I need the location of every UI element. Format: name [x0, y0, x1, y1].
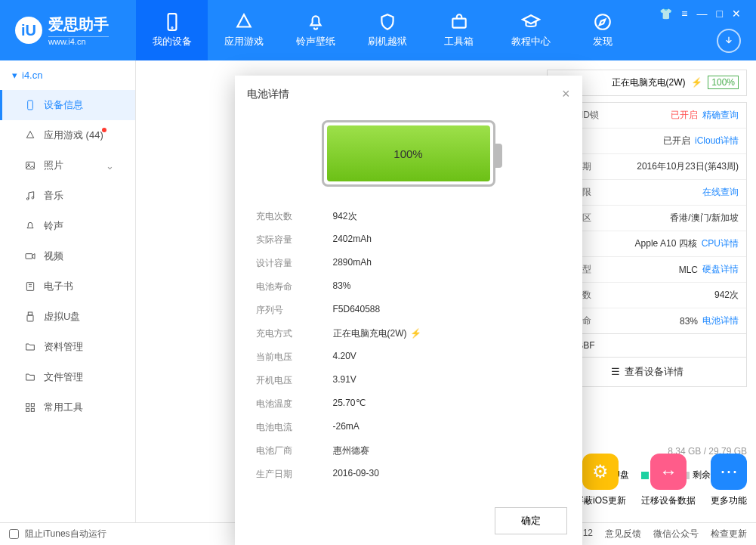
nav-tabs: 我的设备 应用游戏 铃声壁纸 刷机越狱 工具箱 教程中心 发现: [136, 0, 659, 60]
svg-rect-13: [26, 404, 29, 407]
detail-row: 开机电压3.91V: [250, 369, 567, 392]
nav-discover[interactable]: 发现: [566, 0, 638, 60]
svg-rect-2: [452, 19, 465, 28]
video-icon: [24, 250, 36, 262]
feedback-link[interactable]: 意见反馈: [605, 528, 641, 540]
grid-icon: [24, 401, 36, 413]
phone-icon: [24, 99, 36, 111]
appstore-icon: [234, 12, 254, 32]
ok-button[interactable]: 确定: [495, 507, 567, 534]
sidebar-video[interactable]: 视频: [0, 241, 135, 271]
modal-body: 充电次数942次实际容量2402mAh设计容量2890mAh电池寿命83%序列号…: [235, 205, 582, 498]
header-right: 👕 ≡ — □ ✕: [659, 8, 756, 53]
svg-rect-12: [27, 315, 33, 321]
sidebar-data[interactable]: 资料管理: [0, 332, 135, 362]
sidebar-apps[interactable]: 应用游戏 (44): [0, 120, 135, 150]
link[interactable]: 在线查询: [702, 186, 739, 199]
link[interactable]: iCloud详情: [695, 135, 739, 147]
sidebar-tools[interactable]: 常用工具: [0, 392, 135, 423]
sidebar-photos[interactable]: 照片 ⌄: [0, 150, 135, 181]
detail-row: 实际容量2402mAh: [250, 228, 567, 252]
phone-icon: [162, 12, 182, 32]
graduation-icon: [521, 12, 541, 32]
app-name: 爱思助手: [48, 14, 109, 35]
svg-point-8: [32, 197, 34, 199]
sidebar-ebook[interactable]: 电子书: [0, 271, 135, 302]
detail-row: 电池厂商惠州德赛: [250, 439, 567, 463]
action-button[interactable]: ↔迁移设备数据: [641, 454, 696, 507]
action-button[interactable]: ⋯更多功能: [711, 454, 747, 507]
svg-rect-11: [28, 312, 32, 315]
content: 正在电脑充电(2W) ⚡ 100% Apple ID锁 已开启 精确查询iClo…: [136, 60, 756, 522]
modal-header: 电池详情 ×: [235, 76, 582, 113]
close-icon[interactable]: ×: [562, 86, 570, 102]
usb-icon: [24, 311, 36, 323]
battery-fill: 100%: [327, 125, 490, 181]
sidebar-udisk[interactable]: 虚拟U盘: [0, 302, 135, 332]
update-link[interactable]: 检查更新: [711, 528, 747, 540]
detail-row: 生产日期2016-09-30: [250, 463, 567, 486]
close-icon[interactable]: ✕: [732, 8, 741, 20]
sidebar-files[interactable]: 文件管理: [0, 362, 135, 392]
detail-row: 充电次数942次: [250, 205, 567, 228]
badge-icon: [102, 128, 106, 132]
minimize-icon[interactable]: —: [697, 8, 708, 20]
maximize-icon[interactable]: □: [717, 8, 723, 20]
detail-row: 电池电流-26mA: [250, 416, 567, 439]
toolbox-icon: [449, 12, 469, 32]
folder-icon: [24, 341, 36, 353]
bell-icon: [24, 220, 36, 232]
sidebar-music[interactable]: 音乐: [0, 181, 135, 211]
svg-rect-15: [26, 408, 29, 411]
detail-row: 电池温度25.70℃: [250, 392, 567, 416]
battery-modal: 电池详情 × 100% 充电次数942次实际容量2402mAh设计容量2890m…: [235, 76, 582, 545]
link[interactable]: 电池详情: [702, 314, 739, 327]
modal-title: 电池详情: [247, 88, 289, 101]
link[interactable]: 硬盘详情: [702, 263, 739, 276]
image-icon: [24, 159, 36, 172]
music-icon: [24, 190, 36, 202]
detail-row: 充电方式正在电脑充电(2W)⚡: [250, 322, 567, 345]
svg-point-1: [171, 27, 172, 28]
download-icon[interactable]: [717, 29, 741, 53]
shield-icon: [378, 12, 397, 32]
sidebar-root[interactable]: ▾i4.cn: [0, 60, 135, 90]
book-icon: [24, 280, 36, 293]
nav-apps[interactable]: 应用游戏: [208, 0, 279, 60]
nav-tutorials[interactable]: 教程中心: [495, 0, 566, 60]
menu-icon[interactable]: ≡: [681, 8, 687, 20]
wechat-link[interactable]: 微信公众号: [653, 528, 699, 540]
link[interactable]: CPU详情: [702, 237, 739, 250]
block-itunes-label: 阻止iTunes自动运行: [25, 528, 106, 540]
svg-rect-5: [26, 162, 35, 169]
appstore-icon: [24, 129, 36, 141]
main: ▾i4.cn 设备信息 应用游戏 (44) 照片 ⌄ 音乐 铃声 视频: [0, 60, 756, 522]
link[interactable]: 精确查询: [702, 109, 739, 122]
nav-flash[interactable]: 刷机越狱: [351, 0, 423, 60]
modal-footer: 确定: [235, 498, 582, 545]
svg-point-7: [26, 198, 29, 200]
block-itunes-checkbox[interactable]: [9, 529, 19, 539]
chevron-down-icon[interactable]: ⌄: [106, 160, 114, 172]
app-site: www.i4.cn: [48, 36, 109, 46]
svg-point-3: [595, 14, 610, 29]
compass-icon: [593, 12, 613, 32]
skin-icon[interactable]: 👕: [659, 8, 672, 20]
detail-row: 设计容量2890mAh: [250, 252, 567, 275]
svg-rect-16: [31, 408, 34, 411]
nav-toolbox[interactable]: 工具箱: [423, 0, 495, 60]
bell-icon: [306, 12, 326, 32]
window-controls: 👕 ≡ — □ ✕: [659, 8, 741, 20]
folder-icon: [24, 371, 36, 383]
action-button[interactable]: ⚙屏蔽iOS更新: [575, 454, 626, 507]
logo-icon: iU: [15, 17, 42, 44]
detail-row: 当前电压4.20V: [250, 345, 567, 369]
svg-rect-14: [31, 404, 34, 407]
logo: iU 爱思助手 www.i4.cn: [0, 14, 136, 46]
nav-device[interactable]: 我的设备: [136, 0, 208, 60]
sidebar-ringtones[interactable]: 铃声: [0, 211, 135, 241]
nav-ringtones[interactable]: 铃声壁纸: [279, 0, 351, 60]
sidebar-device-info[interactable]: 设备信息: [0, 90, 135, 120]
bolt-icon: ⚡: [691, 77, 702, 88]
detail-row: 序列号F5D640588: [250, 299, 567, 322]
